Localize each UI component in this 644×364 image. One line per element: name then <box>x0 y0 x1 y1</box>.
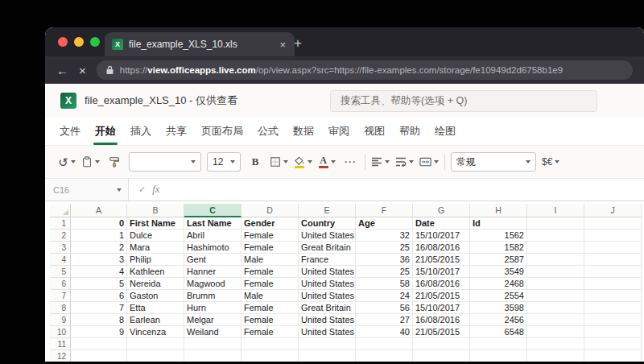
menu-tab-文件[interactable]: 文件 <box>60 124 80 139</box>
cell-E8[interactable]: Great Britain <box>299 302 356 314</box>
cell-A4[interactable]: 3 <box>71 254 127 266</box>
cell-I1[interactable] <box>527 217 584 230</box>
cell-D8[interactable]: Female <box>242 302 299 314</box>
cell-G8[interactable]: 15/10/2017 <box>413 302 470 314</box>
window-zoom-button[interactable] <box>90 37 100 47</box>
cell-H6[interactable]: 2468 <box>470 278 527 290</box>
cell-E9[interactable]: United States <box>299 314 356 326</box>
cell-H8[interactable]: 3598 <box>470 302 527 314</box>
cell-J8[interactable] <box>584 302 642 314</box>
cell-G10[interactable]: 21/05/2015 <box>413 326 470 338</box>
cell-A3[interactable]: 2 <box>71 242 127 254</box>
row-header-12[interactable]: 12 <box>50 350 71 362</box>
cell-B3[interactable]: Mara <box>127 242 184 254</box>
column-header-F[interactable]: F <box>356 204 413 217</box>
cell-H12[interactable] <box>470 350 527 362</box>
cell-C12[interactable] <box>184 350 242 362</box>
cell-G4[interactable]: 21/05/2015 <box>413 254 470 266</box>
cell-C6[interactable]: Magwood <box>184 278 242 290</box>
cell-H7[interactable]: 2554 <box>470 290 527 302</box>
cell-C2[interactable]: Abril <box>184 230 242 242</box>
menu-tab-公式[interactable]: 公式 <box>258 124 279 139</box>
cell-C11[interactable] <box>184 338 242 350</box>
cell-F10[interactable]: 40 <box>356 326 413 338</box>
borders-button[interactable] <box>270 151 288 172</box>
cell-G2[interactable]: 15/10/2017 <box>413 230 470 242</box>
back-icon[interactable]: ← <box>56 64 68 77</box>
column-header-J[interactable]: J <box>584 204 642 217</box>
cell-F9[interactable]: 27 <box>356 314 413 326</box>
cell-H3[interactable]: 1582 <box>470 242 527 254</box>
cell-D3[interactable]: Female <box>242 242 299 254</box>
cell-B2[interactable]: Dulce <box>127 230 184 242</box>
cell-F7[interactable]: 24 <box>356 290 413 302</box>
cell-B10[interactable]: Vincenza <box>127 326 184 338</box>
cell-A11[interactable] <box>71 338 127 350</box>
cell-J9[interactable] <box>584 314 642 326</box>
menu-tab-页面布局[interactable]: 页面布局 <box>201 124 243 139</box>
cell-B12[interactable] <box>127 350 184 362</box>
cell-F2[interactable]: 32 <box>356 230 413 242</box>
row-header-5[interactable]: 5 <box>50 266 71 278</box>
cell-I10[interactable] <box>527 326 584 338</box>
row-header-11[interactable]: 11 <box>50 338 71 350</box>
cell-D9[interactable]: Female <box>242 314 299 326</box>
search-input[interactable]: 搜索工具、帮助等(选项 + Q) <box>330 90 597 112</box>
cell-E2[interactable]: United States <box>299 230 356 242</box>
cell-H5[interactable]: 3549 <box>470 266 527 278</box>
insert-function-icon[interactable]: fx <box>152 184 159 196</box>
cell-E6[interactable]: United States <box>299 278 356 290</box>
cell-A6[interactable]: 5 <box>71 278 127 290</box>
cell-E3[interactable]: Great Britain <box>299 242 356 254</box>
undo-button[interactable]: ↺ <box>58 151 76 172</box>
cell-H9[interactable]: 2456 <box>470 314 527 326</box>
column-header-D[interactable]: D <box>242 204 299 217</box>
row-header-1[interactable]: 1 <box>50 217 71 230</box>
browser-tab[interactable]: X file_example_XLS_10.xls × <box>105 32 295 56</box>
cell-B4[interactable]: Philip <box>127 254 184 266</box>
cell-I4[interactable] <box>527 254 584 266</box>
cell-G7[interactable]: 21/05/2015 <box>413 290 470 302</box>
cell-J4[interactable] <box>584 254 642 266</box>
cell-F1[interactable]: Age <box>356 217 413 230</box>
new-tab-button[interactable]: + <box>288 34 308 53</box>
menu-tab-视图[interactable]: 视图 <box>364 124 385 139</box>
cell-F4[interactable]: 36 <box>356 254 413 266</box>
cell-name-box[interactable]: C16 <box>45 179 129 201</box>
cell-A7[interactable]: 6 <box>71 290 127 302</box>
row-header-4[interactable]: 4 <box>50 254 71 266</box>
cell-C7[interactable]: Brumm <box>184 290 242 302</box>
cell-E1[interactable]: Country <box>299 217 356 230</box>
row-header-2[interactable]: 2 <box>50 230 71 242</box>
cell-C8[interactable]: Hurn <box>184 302 242 314</box>
menu-tab-数据[interactable]: 数据 <box>293 124 314 139</box>
row-header-7[interactable]: 7 <box>50 290 71 302</box>
paste-button[interactable] <box>81 151 100 172</box>
select-all-corner[interactable] <box>50 204 71 217</box>
cell-E11[interactable] <box>299 338 356 350</box>
row-header-3[interactable]: 3 <box>50 242 71 254</box>
cell-A8[interactable]: 7 <box>71 302 127 314</box>
cell-J11[interactable] <box>584 338 642 350</box>
font-size-select[interactable]: 12 <box>207 152 241 172</box>
cell-D1[interactable]: Gender <box>242 217 299 230</box>
cell-D2[interactable]: Female <box>242 230 299 242</box>
cell-H1[interactable]: Id <box>470 217 527 230</box>
cell-D12[interactable] <box>242 350 299 362</box>
window-close-button[interactable] <box>58 37 68 47</box>
tab-close-icon[interactable]: × <box>278 39 287 51</box>
stop-icon[interactable]: × <box>79 64 86 77</box>
font-color-button[interactable]: A <box>318 151 336 172</box>
cell-C5[interactable]: Hanner <box>184 266 242 278</box>
cell-A10[interactable]: 9 <box>71 326 127 338</box>
menu-tab-开始[interactable]: 开始 <box>95 124 116 139</box>
cell-D6[interactable]: Female <box>242 278 299 290</box>
cell-G5[interactable]: 15/10/2017 <box>413 266 470 278</box>
cell-G9[interactable]: 16/08/2016 <box>413 314 470 326</box>
cell-I12[interactable] <box>527 350 584 362</box>
cell-H2[interactable]: 1562 <box>470 230 527 242</box>
cell-G6[interactable]: 16/08/2016 <box>413 278 470 290</box>
cell-I5[interactable] <box>527 266 584 278</box>
cell-C10[interactable]: Weiland <box>184 326 242 338</box>
cell-J3[interactable] <box>584 242 642 254</box>
